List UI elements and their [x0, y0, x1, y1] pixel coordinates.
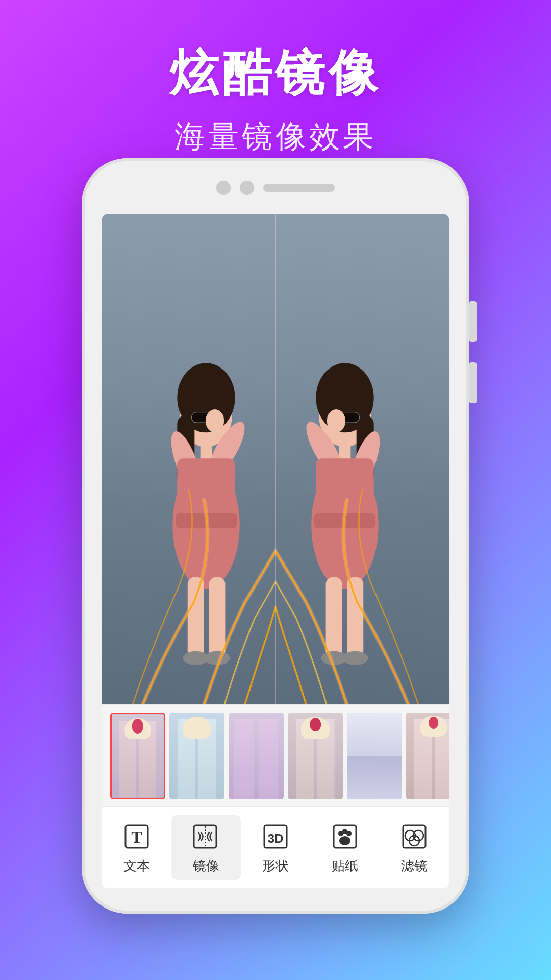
tool-mirror[interactable]: 镜像 — [171, 815, 241, 880]
tool-filter-label: 滤镜 — [401, 857, 428, 875]
volume-down-button — [469, 362, 477, 403]
phone-mockup: T 文本 — [82, 158, 469, 914]
svg-point-41 — [346, 831, 352, 836]
thumbnail-5[interactable] — [347, 713, 402, 799]
shape3d-icon: 3D — [259, 820, 292, 853]
tool-sticker-label: 贴纸 — [332, 857, 358, 875]
tool-filter[interactable]: 滤镜 — [380, 815, 449, 880]
text-icon: T — [120, 820, 153, 853]
thumbnail-4[interactable] — [288, 713, 343, 799]
main-title: 炫酷镜像 — [0, 41, 551, 107]
svg-text:T: T — [131, 828, 142, 846]
tool-text[interactable]: T 文本 — [102, 815, 171, 880]
thumbnail-6[interactable] — [406, 713, 449, 799]
filter-icon — [398, 820, 431, 853]
tool-sticker[interactable]: 贴纸 — [310, 815, 380, 880]
tool-3d-shape[interactable]: 3D 形状 — [241, 815, 310, 880]
sub-title: 海量镜像效果 — [0, 116, 551, 158]
camera-dot-1 — [216, 181, 231, 195]
scene-container — [102, 214, 449, 704]
svg-text:3D: 3D — [268, 831, 284, 845]
sticker-icon — [329, 820, 361, 853]
tool-3d-label: 形状 — [262, 857, 289, 875]
speaker-bar — [263, 184, 335, 192]
thumbnail-2[interactable] — [169, 713, 224, 799]
mirror-icon — [190, 820, 222, 853]
phone-screen: T 文本 — [102, 214, 449, 888]
image-area[interactable] — [102, 214, 449, 704]
thumbnail-3[interactable] — [229, 713, 284, 799]
bottom-toolbar: T 文本 — [102, 806, 449, 888]
thumbnail-1[interactable] — [110, 713, 165, 799]
svg-point-42 — [339, 836, 350, 845]
thumbnail-strip[interactable] — [102, 704, 449, 806]
svg-rect-43 — [403, 825, 425, 848]
mirror-divider — [275, 214, 276, 704]
tool-mirror-label: 镜像 — [193, 857, 219, 875]
phone-top-bar — [82, 181, 469, 195]
phone-body: T 文本 — [82, 158, 469, 914]
tool-text-label: 文本 — [123, 857, 150, 875]
camera-dot-2 — [240, 181, 254, 195]
header-area: 炫酷镜像 海量镜像效果 — [0, 0, 551, 158]
volume-up-button — [469, 301, 477, 342]
